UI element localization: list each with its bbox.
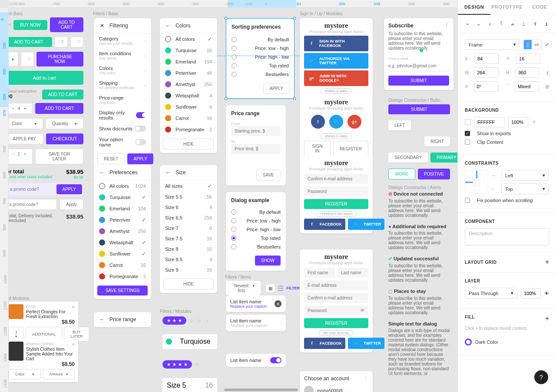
align-vcenter-icon[interactable]: ⫨ (509, 20, 516, 27)
list-item[interactable]: Peterriver✓ (94, 214, 151, 226)
list-item[interactable]: Sunflower✓ (94, 248, 151, 259)
list-item[interactable]: Amethyst256 (160, 79, 217, 90)
constraint-h-select[interactable]: Left▾ (501, 170, 549, 181)
close-icon[interactable]: ✕ (275, 300, 281, 307)
radius-input[interactable] (515, 81, 539, 92)
radio-option[interactable]: Bestsellers (231, 243, 281, 251)
bg-color-input[interactable] (474, 117, 505, 127)
right-button[interactable]: RIGHT (424, 136, 450, 146)
color-style-swatch[interactable] (465, 339, 472, 345)
list-item[interactable]: Size 8.54 (160, 254, 217, 265)
resize-to-fit-icon[interactable]: ⤢ (545, 42, 549, 47)
visibility-icon[interactable]: 👁 (532, 120, 536, 125)
orientation-landscape[interactable]: ▭ (532, 40, 541, 49)
signin-tab[interactable]: SIGN IN (304, 141, 331, 156)
apple-pay-button[interactable]: APPLE PAY (5, 133, 43, 144)
radio-option[interactable]: Bestsellers (232, 70, 289, 79)
forgot-password-link[interactable]: I FORGOT MY PASS (316, 211, 357, 217)
back-icon[interactable]: ← (165, 23, 171, 29)
positive-button[interactable]: POSITIVE (418, 169, 450, 179)
heart-icon[interactable]: ♡ (21, 52, 34, 66)
align-left-icon[interactable]: ⫟ (464, 20, 471, 27)
back-icon[interactable]: ← (99, 316, 105, 322)
bg-opacity-input[interactable] (508, 117, 528, 127)
tab-design[interactable]: DESIGN (458, 0, 490, 15)
save-settings-button[interactable]: SAVE SETTINGS (97, 286, 148, 296)
add-to-cart-button[interactable]: ADD TO CART (42, 90, 83, 100)
radio-option[interactable]: Top rated (231, 234, 281, 243)
filter-row[interactable]: ColorsAny color› (94, 63, 151, 78)
left-button[interactable]: LEFT (388, 120, 411, 130)
add-grid-icon[interactable]: + (545, 258, 549, 266)
clip-content-checkbox[interactable] (465, 140, 470, 145)
save-button[interactable]: SAVE (256, 169, 281, 180)
list-item[interactable]: Amethyst256 (94, 226, 151, 237)
align-right-icon[interactable]: ⫞ (486, 20, 493, 27)
hide-button[interactable]: HIDE (163, 139, 214, 149)
last-name-input[interactable] (338, 268, 368, 278)
list-item[interactable]: Turquiose16 (160, 45, 217, 56)
show-exports-checkbox[interactable]: ✓ (465, 131, 470, 136)
toggle[interactable] (135, 139, 146, 145)
facebook-icon[interactable]: f (311, 115, 325, 129)
price-from-input[interactable] (231, 126, 281, 136)
primary-button[interactable]: PRIMARY (430, 153, 457, 163)
list-item[interactable]: Emerland104 (160, 56, 217, 67)
bg-color-swatch[interactable] (465, 119, 471, 125)
radio-option[interactable]: Price: high - low (231, 225, 281, 234)
promo-input[interactable] (7, 184, 54, 194)
purchase-now-button[interactable]: PURCHASE NOW (36, 52, 83, 66)
register-button[interactable]: REGISTER (304, 199, 368, 209)
radio-option[interactable]: By default (232, 35, 289, 44)
horizontal-scrollbar[interactable] (9, 389, 457, 392)
password-input[interactable] (304, 186, 368, 196)
reset-button[interactable]: RESET (97, 153, 125, 164)
distribute-h-icon[interactable]: ⫪ (532, 20, 539, 27)
list-item[interactable]: Carrot16 (94, 259, 151, 271)
rating-pill[interactable]: ★★★ (162, 316, 186, 325)
radio-option[interactable]: Price: low - high (232, 44, 289, 53)
apply-button[interactable]: APPLY (127, 153, 153, 164)
secondary-button[interactable]: SECONDARY (388, 153, 428, 163)
hide-button[interactable]: HIDE (163, 279, 214, 289)
add-to-cart-button[interactable]: ADD TO CART (35, 103, 83, 114)
twitter-button[interactable]: 🐦TWITTER (348, 219, 384, 230)
apply-button[interactable]: Apply (60, 199, 83, 210)
list-item[interactable]: Peterriver48 (160, 67, 217, 79)
align-hcenter-icon[interactable]: ⫠ (475, 20, 482, 27)
tab-code[interactable]: CODE (523, 0, 556, 15)
constraint-v-select[interactable]: Top▾ (501, 183, 549, 194)
email-input[interactable] (304, 174, 368, 184)
twitter-button[interactable]: 🐦TWITTER (348, 338, 384, 349)
list-item[interactable]: Size 78 (160, 223, 217, 233)
visibility-icon[interactable]: 👁 (544, 291, 549, 296)
link-wh-icon[interactable]: ⚷ (546, 70, 549, 76)
first-name-input[interactable] (304, 268, 335, 278)
frame-type-select[interactable]: Frame▾ (465, 39, 520, 50)
register-tab[interactable]: REGISTER (333, 141, 368, 156)
twitter-auth-button[interactable]: 🐦AUTHORIZE VIA TWITTER (304, 53, 368, 69)
list-item[interactable]: All colors1024 (94, 180, 151, 192)
list-item[interactable]: Wetasphalt✓ (94, 237, 151, 248)
list-view-icon[interactable]: ☰ (278, 284, 284, 292)
layer-opacity-input[interactable] (521, 288, 541, 299)
apply-button[interactable]: APPLY (56, 184, 83, 194)
facebook-button[interactable]: fFACEBOOK (304, 338, 345, 349)
corner-detail-icon[interactable]: ⊞ (545, 84, 549, 90)
list-item[interactable]: Carrot16 (160, 113, 217, 124)
distribute-v-icon[interactable]: ⫫ (543, 20, 550, 27)
share-icon[interactable]: ⤴ (55, 37, 68, 47)
height-input[interactable] (515, 67, 539, 78)
x-input[interactable] (474, 53, 499, 64)
rating-pill[interactable]: ★★★★ (162, 360, 192, 369)
list-item[interactable]: Size 6.5256 (160, 213, 217, 223)
more-icon[interactable]: ⋮ (444, 23, 449, 29)
back-icon[interactable]: ← (165, 169, 171, 176)
rotation-input[interactable] (474, 81, 498, 92)
radio-option[interactable]: Price: low - high (231, 216, 281, 225)
close-icon[interactable]: × (72, 342, 75, 347)
list-item[interactable]: Turquiose✓ (94, 192, 151, 203)
filter-row[interactable]: CategoryNarrow your results› (94, 33, 151, 48)
submit-button[interactable]: SUBMIT (388, 76, 449, 86)
add-to-cart-wide[interactable]: Add to cart (5, 71, 83, 85)
